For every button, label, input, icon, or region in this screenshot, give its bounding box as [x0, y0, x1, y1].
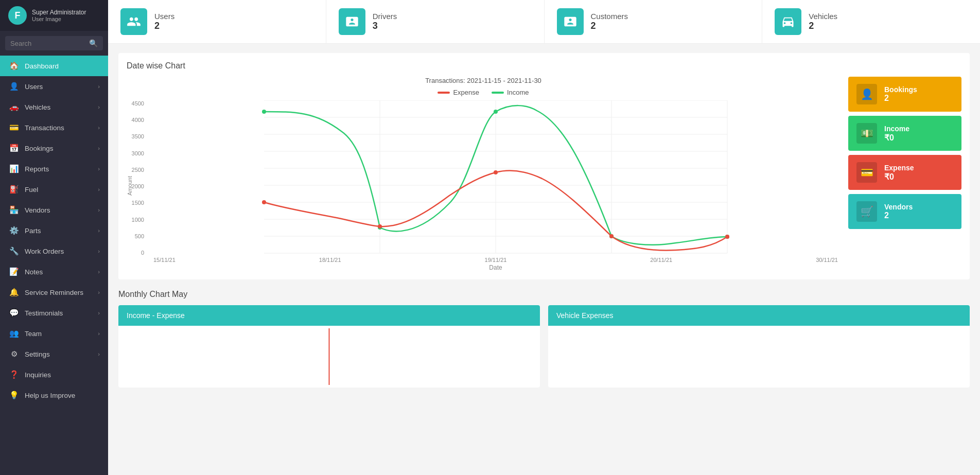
- sidebar-item-helpusimprove[interactable]: 💡 Help us Improve: [0, 385, 108, 406]
- drivers-stat-label: Drivers: [373, 12, 397, 21]
- income-legend-dot: [492, 92, 504, 94]
- vendors-side-value: 2: [884, 211, 913, 220]
- expense-point: [609, 234, 614, 238]
- side-card-expense: 💳 Expense ₹0: [848, 155, 961, 190]
- search-input[interactable]: [10, 40, 89, 47]
- expense-side-label: Expense: [884, 164, 914, 172]
- x-axis-title: Date: [151, 264, 840, 271]
- monthly-income-svg: [124, 328, 535, 385]
- helpusimprove-nav-label: Help us Improve: [25, 392, 75, 399]
- expense-point: [378, 224, 382, 228]
- chart-subtitle: Transactions: 2021-11-15 - 2021-11-30: [127, 77, 840, 84]
- stat-card-vehicles: Vehicles 2: [762, 0, 980, 43]
- expense-legend-label: Expense: [453, 89, 479, 96]
- stat-card-users: Users 2: [108, 0, 326, 43]
- vehicles-stat-label: Vehicles: [809, 12, 837, 21]
- search-icon[interactable]: 🔍: [89, 39, 98, 47]
- chart-svg: [151, 100, 840, 255]
- search-box[interactable]: 🔍: [5, 36, 103, 50]
- users-nav-label: Users: [25, 83, 43, 91]
- sidebar-item-reports[interactable]: 📊 Reports ›: [0, 159, 108, 179]
- fuel-nav-icon: ⛽: [8, 185, 20, 194]
- expense-point: [725, 235, 729, 239]
- date-wise-chart-section: Date wise Chart Transactions: 2021-11-15…: [118, 53, 970, 279]
- main-content: Users 2 Drivers 3 Customers 2 Vehicles 2: [108, 0, 980, 475]
- sidebar-item-fuel[interactable]: ⛽ Fuel ›: [0, 179, 108, 200]
- vendors-nav-icon: 🏪: [8, 205, 20, 215]
- sidebar-item-vendors[interactable]: 🏪 Vendors ›: [0, 200, 108, 220]
- nav-arrow: ›: [98, 269, 100, 275]
- vehicles-nav-label: Vehicles: [25, 103, 50, 111]
- sidebar-item-servicereminders[interactable]: 🔔 Service Reminders ›: [0, 282, 108, 303]
- reports-nav-icon: 📊: [8, 164, 20, 173]
- vehicle-expenses-chart-card: Vehicle Expenses: [548, 305, 970, 388]
- app-logo-icon: F: [8, 6, 27, 25]
- side-card-vendors: 🛒 Vendors 2: [848, 194, 961, 229]
- income-expense-body: [118, 326, 540, 388]
- helpusimprove-nav-icon: 💡: [8, 391, 20, 400]
- bookings-nav-icon: 📅: [8, 144, 20, 153]
- content-area: Date wise Chart Transactions: 2021-11-15…: [108, 44, 980, 397]
- transactions-nav-label: Transactions: [25, 124, 64, 132]
- inquiries-nav-icon: ❓: [8, 370, 20, 379]
- income-expense-header: Income - Expense: [118, 305, 540, 326]
- chart-area: 450040003500300025002000150010005000 Amo…: [127, 100, 840, 271]
- nav-arrow: ›: [98, 248, 100, 254]
- sidebar-item-dashboard[interactable]: 🏠 Dashboard: [0, 56, 108, 76]
- inquiries-nav-label: Inquiries: [25, 371, 51, 379]
- testimonials-nav-icon: 💬: [8, 308, 20, 318]
- vehicle-expenses-header: Vehicle Expenses: [548, 305, 970, 326]
- income-expense-chart-card: Income - Expense: [118, 305, 540, 388]
- expense-side-value: ₹0: [884, 172, 914, 182]
- sidebar-item-notes[interactable]: 📝 Notes ›: [0, 261, 108, 282]
- notes-nav-icon: 📝: [8, 267, 20, 276]
- nav-arrow: ›: [98, 83, 100, 90]
- team-nav-label: Team: [25, 330, 42, 338]
- monthly-title: Monthly Chart May: [118, 290, 970, 299]
- bookings-nav-label: Bookings: [25, 145, 54, 152]
- sidebar-item-users[interactable]: 👤 Users ›: [0, 76, 108, 97]
- income-legend-label: Income: [507, 89, 529, 96]
- side-card-bookings: 👤 Bookings 2: [848, 77, 961, 112]
- drivers-stat-icon: [339, 8, 365, 35]
- notes-nav-label: Notes: [25, 268, 43, 276]
- vehicle-expenses-body: [548, 326, 970, 388]
- sidebar-item-vehicles[interactable]: 🚗 Vehicles ›: [0, 97, 108, 117]
- sidebar-item-parts[interactable]: ⚙️ Parts ›: [0, 220, 108, 241]
- expense-point: [262, 200, 266, 204]
- bookings-side-icon: 👤: [856, 84, 877, 104]
- workorders-nav-label: Work Orders: [25, 248, 64, 255]
- user-info: Super Administrator User Image: [32, 9, 86, 22]
- sidebar-item-testimonials[interactable]: 💬 Testimonials ›: [0, 303, 108, 323]
- vendors-nav-label: Vendors: [25, 206, 50, 214]
- team-nav-icon: 👥: [8, 329, 20, 338]
- parts-nav-icon: ⚙️: [8, 226, 20, 235]
- users-stat-value: 2: [154, 21, 174, 31]
- user-role: Super Administrator: [32, 9, 86, 16]
- vendors-side-label: Vendors: [884, 203, 913, 211]
- sidebar-item-inquiries[interactable]: ❓ Inquiries: [0, 364, 108, 385]
- settings-nav-icon: ⚙: [8, 349, 20, 359]
- expense-legend-dot: [437, 92, 450, 94]
- bookings-side-value: 2: [884, 94, 917, 103]
- sidebar-item-workorders[interactable]: 🔧 Work Orders ›: [0, 241, 108, 261]
- dashboard-nav-label: Dashboard: [25, 62, 59, 70]
- main-chart-area: Transactions: 2021-11-15 - 2021-11-30 Ex…: [127, 77, 961, 271]
- workorders-nav-icon: 🔧: [8, 247, 20, 256]
- nav-arrow: ›: [98, 186, 100, 192]
- income-side-icon: 💵: [856, 123, 877, 144]
- x-axis-labels: 15/11/2118/11/2119/11/2120/11/2130/11/21: [151, 257, 840, 263]
- side-card-income: 💵 Income ₹0: [848, 116, 961, 151]
- sidebar-item-transactions[interactable]: 💳 Transactions ›: [0, 117, 108, 138]
- sidebar-item-bookings[interactable]: 📅 Bookings ›: [0, 138, 108, 159]
- nav-arrow: ›: [98, 227, 100, 234]
- legend-income: Income: [492, 89, 529, 96]
- sidebar-item-settings[interactable]: ⚙ Settings ›: [0, 344, 108, 364]
- nav-arrow: ›: [98, 125, 100, 131]
- nav-arrow: ›: [98, 351, 100, 357]
- customers-stat-icon: [557, 8, 584, 35]
- sidebar-item-team[interactable]: 👥 Team ›: [0, 323, 108, 344]
- users-stat-icon: [120, 8, 147, 35]
- users-nav-icon: 👤: [8, 82, 20, 91]
- sidebar-logo: F Super Administrator User Image: [0, 0, 108, 31]
